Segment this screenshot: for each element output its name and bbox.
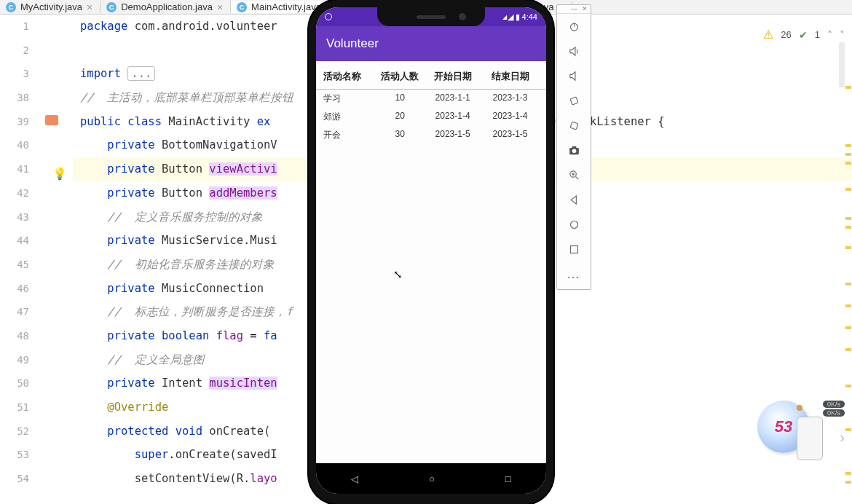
cell-end: 2023-1-4 [481,111,539,123]
svg-rect-3 [570,122,578,130]
line-number: 40 [0,133,29,157]
line-number: 49 [0,348,29,372]
svg-rect-2 [570,97,578,105]
class-icon: C [106,2,117,12]
line-number: 47 [0,300,29,324]
cell-start: 2023-1-5 [424,129,481,141]
emulator-toolbar: — ✕ … [556,4,591,290]
rotate-left-button[interactable] [557,88,591,113]
svg-point-5 [572,149,576,153]
emulator-window-controls: — ✕ [557,5,591,14]
minimize-icon[interactable]: — [571,6,577,12]
cell-name: 学习 [323,92,376,105]
svg-point-11 [570,221,577,228]
col-end: 结束日期 [481,70,539,83]
back-button[interactable] [557,187,591,212]
table-header: 活动名称 活动人数 开始日期 结束日期 [316,64,546,90]
line-number: 48 [0,324,29,348]
nav-recent-icon[interactable]: □ [505,473,511,484]
class-icon: C [237,2,247,12]
table-row[interactable]: 开会 30 2023-1-5 2023-1-5 [316,126,546,144]
rotate-right-button[interactable] [557,113,591,138]
net-speed: 0K/s 0K/s [823,401,845,417]
chevron-down-icon[interactable]: ˅ [840,29,845,41]
nav-back-icon[interactable]: ◁ [351,473,358,484]
run-gutter-icon[interactable] [45,115,58,125]
close-icon[interactable]: × [217,2,223,12]
warning-icon: ⚠ [763,28,773,42]
app-title: Volunteer [326,36,379,51]
signal-icon: ◢ [508,12,513,22]
table-row[interactable]: 学习 10 2023-1-1 2023-1-3 [316,90,546,108]
volume-up-button[interactable] [557,39,591,63]
chevron-right-icon: › [840,429,845,446]
fps-card-icon [797,417,823,460]
col-count: 活动人数 [376,70,424,83]
col-start: 开始日期 [424,70,481,83]
table-row[interactable]: 郊游 20 2023-1-4 2023-1-4 [316,108,546,126]
fold-ellipsis[interactable]: ... [127,66,155,81]
col-name: 活动名称 [323,70,376,83]
android-nav-bar: ◁ ○ □ [316,463,546,494]
cell-count: 30 [376,129,424,141]
line-number: 50 [0,371,29,395]
home-button[interactable] [557,212,591,237]
line-number: 3 [0,62,29,86]
status-time: 4:44 [522,12,537,21]
line-number: 53 [0,443,29,467]
tab-myactivity[interactable]: C MyActivity.java × [0,1,100,13]
warning-count: 26 [781,29,791,40]
line-number: 41 [0,157,29,181]
status-dot-icon [325,13,332,20]
chevron-up-icon[interactable]: ˄ [827,29,832,41]
line-number: 51 [0,395,29,420]
line-number: 42 [0,181,29,205]
line-number: 43 [0,205,29,229]
more-button[interactable]: … [557,261,591,286]
scrollbar-thumb[interactable] [839,42,845,87]
cell-start: 2023-1-1 [424,92,481,105]
activity-table: 活动名称 活动人数 开始日期 结束日期 学习 10 2023-1-1 2023-… [316,61,546,147]
app-title-bar: Volunteer [316,26,546,61]
lte-icon: ◢ [502,14,505,20]
icon-gutter [36,15,73,501]
mouse-cursor-icon: ⤡ [393,268,403,281]
line-number: 39 [0,110,29,134]
power-button[interactable] [557,14,591,39]
line-number: 46 [0,277,29,301]
up-rate: 0K/s [823,401,845,408]
inspection-status[interactable]: ⚠ 26 ✔ 1 ˄ ˅ [763,28,845,42]
zoom-button[interactable] [557,162,591,187]
svg-rect-12 [570,245,577,253]
volume-down-button[interactable] [557,63,591,88]
emulator-device: ◢ ◢ ▮ 4:44 Volunteer 活动名称 活动人数 开始日期 结束日期… [309,0,553,504]
battery-icon: ▮ [516,12,520,22]
class-icon: C [6,2,16,12]
close-icon[interactable]: × [87,2,92,12]
cell-end: 2023-1-3 [481,92,539,105]
cell-start: 2023-1-4 [424,111,481,123]
close-icon[interactable]: ✕ [582,6,588,12]
line-number: 54 [0,467,29,491]
tab-label: DemoApplication.java [121,1,213,12]
nav-home-icon[interactable]: ○ [429,473,435,484]
inspection-marks [845,20,852,504]
line-number: 44 [0,229,29,253]
line-number: 2 [0,39,29,63]
device-notch [377,7,485,26]
overview-button[interactable] [557,237,591,261]
emulator-screen[interactable]: ◢ ◢ ▮ 4:44 Volunteer 活动名称 活动人数 开始日期 结束日期… [316,7,546,494]
svg-line-8 [575,176,578,179]
screenshot-button[interactable] [557,138,591,162]
cell-name: 开会 [323,129,376,141]
svg-rect-6 [572,146,576,148]
line-number: 45 [0,253,29,277]
down-rate: 0K/s [823,409,845,417]
tab-label: MainActivity.java [251,1,321,12]
cell-name: 郊游 [323,111,376,123]
line-number: 38 [0,86,29,110]
tab-demoapplication[interactable]: C DemoApplication.java × [100,1,231,13]
line-number-gutter: 1 2 3 38 39 40 41 42 43 44 45 46 47 48 4… [0,15,36,501]
intention-bulb-icon[interactable]: 💡 [52,167,67,181]
line-number: 1 [0,15,29,39]
